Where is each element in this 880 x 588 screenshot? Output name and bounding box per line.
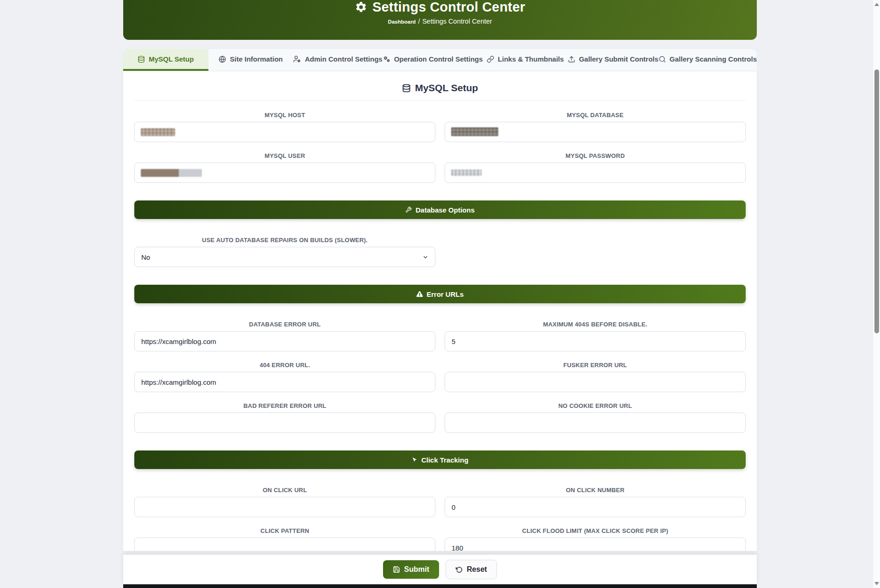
section-title: Database Options <box>415 206 475 214</box>
tab-admin-control-settings[interactable]: Admin Control Settings <box>293 49 383 71</box>
field-label: NO COOKIE ERROR URL <box>445 402 746 409</box>
censored-value <box>141 128 175 136</box>
breadcrumb: Dashboard / Settings Control Center <box>388 18 492 25</box>
database-error-url-input[interactable] <box>134 331 435 351</box>
max-404s-input[interactable] <box>445 331 746 351</box>
no-cookie-error-url-input[interactable] <box>445 413 746 433</box>
field-label: FUSKER ERROR URL <box>445 362 746 369</box>
field-404-error-url: 404 ERROR URL. <box>134 362 435 392</box>
field-label: 404 ERROR URL. <box>134 362 435 369</box>
mysql-setup-panel: MySQL Setup MYSQL HOST MYSQL DATABASE MY… <box>123 71 757 551</box>
panel-heading: MySQL Setup <box>134 82 746 94</box>
field-on-click-url: ON CLICK URL <box>134 487 435 517</box>
on-click-number-input[interactable] <box>445 497 746 517</box>
404-error-url-input[interactable] <box>134 372 435 392</box>
tab-label: Links & Thumbnails <box>498 55 564 63</box>
reset-label: Reset <box>467 565 487 574</box>
search-icon <box>659 56 666 63</box>
field-click-flood-limit: CLICK FLOOD LIMIT (MAX CLICK SCORE PER I… <box>445 527 746 551</box>
section-title: Error URLs <box>427 290 464 298</box>
section-title: Click Tracking <box>421 456 469 464</box>
tab-mysql-setup[interactable]: MySQL Setup <box>123 49 208 71</box>
field-bad-referer-error-url: BAD REFERER ERROR URL <box>134 402 435 433</box>
database-icon <box>138 56 145 63</box>
user-gear-icon <box>293 55 301 63</box>
reset-button[interactable]: Reset <box>446 560 497 579</box>
tab-label: Admin Control Settings <box>305 55 383 63</box>
click-flood-limit-input[interactable] <box>445 538 746 551</box>
submit-label: Submit <box>404 565 429 574</box>
censored-value <box>451 127 498 136</box>
window-bottom-edge <box>123 584 757 588</box>
field-label: ON CLICK URL <box>134 487 435 494</box>
field-mysql-password: MYSQL PASSWORD <box>445 152 746 183</box>
link-icon <box>487 56 494 63</box>
tab-links-thumbnails[interactable]: Links & Thumbnails <box>483 49 568 71</box>
field-label: ON CLICK NUMBER <box>445 487 746 494</box>
heading-divider <box>134 100 746 100</box>
censored-value <box>141 169 202 177</box>
tab-label: Operation Control Settings <box>394 55 483 63</box>
mysql-password-input[interactable] <box>445 163 746 183</box>
tab-site-information[interactable]: Site Information <box>208 49 294 71</box>
section-error-urls: Error URLs <box>134 285 746 303</box>
field-label: MYSQL USER <box>134 152 435 159</box>
mysql-host-input[interactable] <box>134 122 435 142</box>
tab-label: Gallery Scanning Controls <box>670 55 757 63</box>
field-auto-repairs: USE AUTO DATABASE REPAIRS ON BUILDS (SLO… <box>134 237 435 267</box>
field-max-404s: MAXIMUM 404S BEFORE DISABLE. <box>445 321 746 351</box>
tab-operation-control-settings[interactable]: Operation Control Settings <box>383 49 483 71</box>
form-action-bar: Submit Reset <box>123 555 757 584</box>
upload-icon <box>568 56 575 63</box>
page-title: Settings Control Center <box>372 0 525 15</box>
breadcrumb-dashboard-link[interactable]: Dashboard <box>388 19 416 25</box>
field-label: MYSQL HOST <box>134 112 435 119</box>
breadcrumb-current: Settings Control Center <box>422 18 492 25</box>
settings-page: Settings Control Center Dashboard / Sett… <box>123 0 757 588</box>
field-mysql-user: MYSQL USER <box>134 152 435 183</box>
gears-icon <box>383 55 390 63</box>
section-click-tracking: Click Tracking <box>134 450 746 469</box>
breadcrumb-separator: / <box>418 18 420 25</box>
field-mysql-database: MYSQL DATABASE <box>445 112 746 142</box>
tab-gallery-submit-controls[interactable]: Gallery Submit Controls <box>568 49 659 71</box>
save-icon <box>393 566 400 573</box>
click-pattern-input[interactable] <box>134 538 435 551</box>
field-fusker-error-url: FUSKER ERROR URL <box>445 362 746 392</box>
on-click-url-input[interactable] <box>134 497 435 517</box>
chevron-down-icon <box>422 254 428 260</box>
page-title-row: Settings Control Center <box>355 0 525 15</box>
field-label: MYSQL DATABASE <box>445 112 746 119</box>
field-label: MAXIMUM 404S BEFORE DISABLE. <box>445 321 746 328</box>
field-label: BAD REFERER ERROR URL <box>134 402 435 409</box>
field-no-cookie-error-url: NO COOKIE ERROR URL <box>445 402 746 433</box>
rotate-ccw-icon <box>456 566 463 573</box>
field-on-click-number: ON CLICK NUMBER <box>445 487 746 517</box>
gear-icon <box>355 1 367 13</box>
database-icon <box>402 84 411 93</box>
submit-button[interactable]: Submit <box>383 560 439 579</box>
scroll-down-arrow-icon[interactable] <box>874 582 879 585</box>
cursor-icon <box>412 457 418 463</box>
auto-repairs-select[interactable]: No <box>134 247 435 267</box>
tab-label: MySQL Setup <box>149 55 194 63</box>
fusker-error-url-input[interactable] <box>445 372 746 392</box>
field-label: CLICK PATTERN <box>134 527 435 534</box>
field-label: CLICK FLOOD LIMIT (MAX CLICK SCORE PER I… <box>445 527 746 534</box>
field-mysql-host: MYSQL HOST <box>134 112 435 142</box>
field-label: USE AUTO DATABASE REPAIRS ON BUILDS (SLO… <box>134 237 435 244</box>
tab-gallery-scanning-controls[interactable]: Gallery Scanning Controls <box>659 49 757 71</box>
vertical-scrollbar[interactable] <box>873 0 880 588</box>
scroll-up-arrow-icon[interactable] <box>874 3 879 6</box>
warning-icon <box>416 291 423 297</box>
field-label: MYSQL PASSWORD <box>445 152 746 159</box>
tab-label: Site Information <box>230 55 283 63</box>
field-database-error-url: DATABASE ERROR URL <box>134 321 435 351</box>
page-header: Settings Control Center Dashboard / Sett… <box>123 0 757 40</box>
wrench-icon <box>405 206 412 213</box>
scrollbar-thumb[interactable] <box>874 69 879 333</box>
censored-value <box>451 169 482 176</box>
section-database-options: Database Options <box>134 200 746 219</box>
bad-referer-error-url-input[interactable] <box>134 413 435 433</box>
panel-heading-text: MySQL Setup <box>415 82 478 94</box>
